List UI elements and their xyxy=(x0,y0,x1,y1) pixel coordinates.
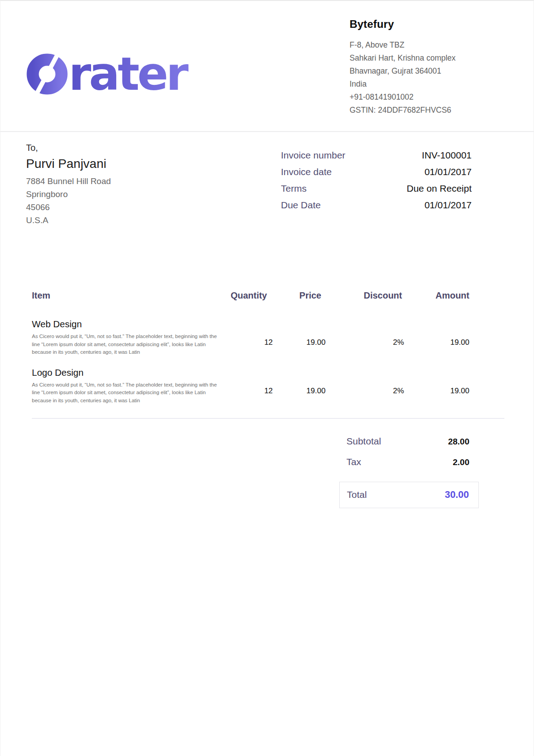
item-quantity: 12 xyxy=(224,367,273,405)
company-address-line: Sahkari Hart, Krishna complex xyxy=(350,52,504,65)
column-header-quantity: Quantity xyxy=(217,290,267,301)
invoice-meta: Invoice number INV-100001 Invoice date 0… xyxy=(281,143,472,227)
invoice-number-row: Invoice number INV-100001 xyxy=(281,150,472,161)
due-date-row: Due Date 01/01/2017 xyxy=(281,200,472,211)
company-info: Bytefury F-8, Above TBZ Sahkari Hart, Kr… xyxy=(350,1,504,131)
invoice-document: rater Bytefury F-8, Above TBZ Sahkari Ha… xyxy=(0,0,534,756)
invoice-date-value: 01/01/2017 xyxy=(425,167,472,177)
column-header-discount: Discount xyxy=(321,290,402,301)
item-quantity: 12 xyxy=(224,319,273,356)
company-address: F-8, Above TBZ Sahkari Hart, Krishna com… xyxy=(350,39,504,117)
item-discount: 2% xyxy=(325,367,404,405)
invoice-number-value: INV-100001 xyxy=(422,150,472,161)
company-address-line: Bhavnagar, Gujrat 364001 xyxy=(350,65,504,78)
item-amount: 19.00 xyxy=(404,319,469,356)
terms-value: Due on Receipt xyxy=(407,183,472,194)
invoice-date-label: Invoice date xyxy=(281,167,332,177)
customer-address-line: 45066 xyxy=(26,201,111,214)
customer-address: 7884 Bunnel Hill Road Springboro 45066 U… xyxy=(26,175,111,227)
subtotal-label: Subtotal xyxy=(346,436,381,447)
billing-section: To, Purvi Panjvani 7884 Bunnel Hill Road… xyxy=(0,132,534,227)
table-bottom-divider xyxy=(32,418,504,419)
crater-logo-icon: rater xyxy=(22,40,224,99)
item-name: Web Design xyxy=(32,319,224,330)
item-description: As Cicero would put it, “Um, not so fast… xyxy=(32,381,224,405)
item-name: Logo Design xyxy=(32,367,224,378)
total-value: 30.00 xyxy=(445,489,469,501)
items-table: Item Quantity Price Discount Amount Web … xyxy=(32,290,504,419)
customer-address-line: Springboro xyxy=(26,188,111,201)
total-box: Total 30.00 xyxy=(339,482,479,508)
customer-address-line: U.S.A xyxy=(26,214,111,227)
item-price: 19.00 xyxy=(273,367,326,405)
item-price: 19.00 xyxy=(273,319,326,356)
tax-label: Tax xyxy=(346,457,361,467)
subtotal-row: Subtotal 28.00 xyxy=(339,436,479,447)
items-table-header: Item Quantity Price Discount Amount xyxy=(32,290,504,301)
subtotal-value: 28.00 xyxy=(448,437,469,447)
table-row: Web Design As Cicero would put it, “Um, … xyxy=(32,319,504,356)
column-header-item: Item xyxy=(32,290,217,301)
item-description: As Cicero would put it, “Um, not so fast… xyxy=(32,333,224,356)
company-gstin: GSTIN: 24DDF7682FHVCS6 xyxy=(350,104,504,117)
item-cell: Web Design As Cicero would put it, “Um, … xyxy=(32,319,224,356)
total-label: Total xyxy=(347,489,367,500)
invoice-header: rater Bytefury F-8, Above TBZ Sahkari Ha… xyxy=(0,1,534,132)
due-date-value: 01/01/2017 xyxy=(425,200,472,211)
customer-name: Purvi Panjvani xyxy=(26,157,111,171)
company-name: Bytefury xyxy=(350,18,504,31)
company-address-line: India xyxy=(350,78,504,91)
terms-row: Terms Due on Receipt xyxy=(281,183,472,194)
item-amount: 19.00 xyxy=(404,367,469,405)
invoice-date-row: Invoice date 01/01/2017 xyxy=(281,167,472,177)
company-address-line: F-8, Above TBZ xyxy=(350,39,504,52)
bill-to-block: To, Purvi Panjvani 7884 Bunnel Hill Road… xyxy=(26,143,111,227)
crater-logo: rater xyxy=(22,7,224,131)
tax-value: 2.00 xyxy=(453,457,469,467)
tax-row: Tax 2.00 xyxy=(339,457,479,467)
item-discount: 2% xyxy=(325,319,404,356)
item-cell: Logo Design As Cicero would put it, “Um,… xyxy=(32,367,224,405)
column-header-amount: Amount xyxy=(402,290,469,301)
customer-address-line: 7884 Bunnel Hill Road xyxy=(26,175,111,188)
terms-label: Terms xyxy=(281,183,306,194)
crater-logo-mark xyxy=(32,49,61,99)
to-label: To, xyxy=(26,143,111,153)
column-header-price: Price xyxy=(267,290,321,301)
totals-section: Subtotal 28.00 Tax 2.00 Total 30.00 xyxy=(339,436,479,508)
company-phone: +91-08141901002 xyxy=(350,91,504,104)
invoice-number-label: Invoice number xyxy=(281,150,346,161)
logo-wordmark-letters: rater xyxy=(69,47,188,99)
table-row: Logo Design As Cicero would put it, “Um,… xyxy=(32,367,504,405)
due-date-label: Due Date xyxy=(281,200,321,211)
